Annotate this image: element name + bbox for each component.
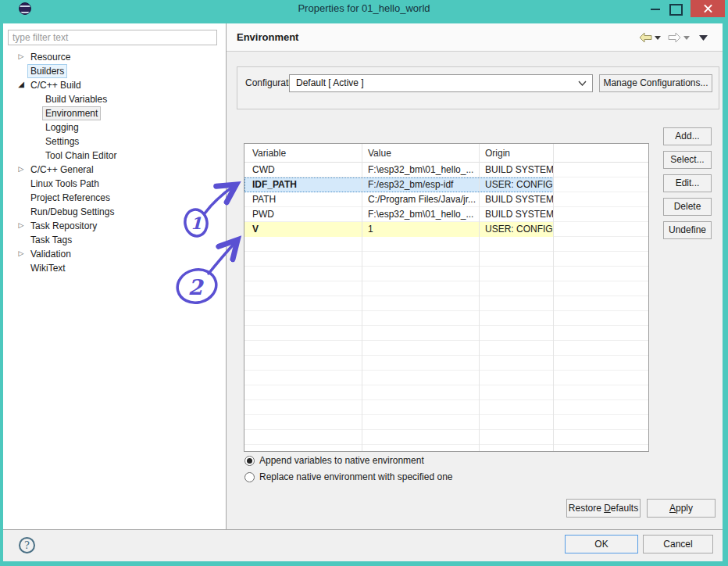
sidebar-item-label: C/C++ General [27,163,97,177]
sidebar-item-project-references[interactable]: Project References [3,190,226,204]
sidebar-item-task-tags[interactable]: Task Tags [3,232,226,246]
sidebar-item-c-c-build[interactable]: ◢C/C++ Build [3,77,226,91]
add-button[interactable]: Add... [663,127,712,145]
column-header-variable[interactable]: Variable [252,144,286,163]
radio-label: Replace native environment with specifie… [259,471,452,483]
sidebar-item-settings[interactable]: Settings [3,134,226,148]
filter-input[interactable] [8,30,217,45]
table-row-empty[interactable] [244,341,648,356]
table-row-empty[interactable] [244,281,648,296]
cancel-button[interactable]: Cancel [643,535,713,553]
table-row-empty[interactable] [244,400,648,415]
configuration-group: Configuration: Default [ Active ] Manage… [237,66,719,109]
cell-value: F:\esp32_bm\01_hello_... [368,207,473,222]
manage-configurations-button[interactable]: Manage Configurations... [599,74,712,92]
table-row-empty[interactable] [244,296,648,311]
column-header-value[interactable]: Value [368,144,391,163]
table-row-empty[interactable] [244,326,648,341]
table-row-path[interactable]: PATHC:/Program Files/Java/jr...BUILD SYS… [244,192,648,207]
back-arrow-icon[interactable] [639,32,652,43]
cell-origin: BUILD SYSTEM [485,207,554,222]
delete-button[interactable]: Delete [663,198,712,216]
table-row-empty[interactable] [244,385,648,400]
restore-defaults-button[interactable]: Restore Defaults [566,499,641,518]
tree-collapsed-icon[interactable]: ▷ [16,162,27,176]
page-header: Environment [227,23,723,52]
maximize-button[interactable] [666,0,684,17]
sidebar-tree: ▷ResourceBuilders◢C/C++ BuildBuild Varia… [3,49,226,274]
table-row-pwd[interactable]: PWDF:\esp32_bm\01_hello_...BUILD SYSTEM [244,207,648,222]
cell-variable: V [252,222,259,237]
select-button[interactable]: Select... [663,151,712,169]
sidebar-item-label: Logging [42,120,82,134]
edit-button[interactable]: Edit... [663,174,712,192]
dialog-content: ▷ResourceBuilders◢C/C++ BuildBuild Varia… [3,23,723,561]
cell-value: C:/Program Files/Java/jr... [368,192,476,207]
sidebar-item-environment[interactable]: Environment [3,106,226,120]
properties-dialog: Properties for 01_hello_world ▷ResourceB… [0,0,728,566]
sidebar-item-resource[interactable]: ▷Resource [3,49,226,63]
sidebar-item-label: Run/Debug Settings [27,205,117,219]
table-row-empty[interactable] [244,237,648,252]
chevron-down-icon [578,81,587,86]
table-row-empty[interactable] [244,415,648,430]
sidebar-item-label: Linux Tools Path [27,177,102,191]
radio-unselected-icon[interactable] [244,472,255,482]
sidebar-item-wikitext[interactable]: WikiText [3,260,226,274]
table-row-cwd[interactable]: CWDF:\esp32_bm\01_hello_...BUILD SYSTEM [244,163,648,177]
table-row-empty[interactable] [244,430,648,445]
table-row-idf-path[interactable]: IDF_PATHF:/esp32_bm/esp-idfUSER: CONFIG [244,177,648,192]
sidebar: ▷ResourceBuilders◢C/C++ BuildBuild Varia… [3,23,226,529]
tree-collapsed-icon[interactable]: ▷ [16,246,27,260]
table-row-v[interactable]: V1USER: CONFIG [244,222,648,237]
tree-expanded-icon[interactable]: ◢ [16,77,27,91]
apply-button[interactable]: Apply [647,499,716,518]
sidebar-item-label: C/C++ Build [27,78,84,92]
close-button[interactable] [691,0,725,17]
table-header-row: Variable Value Origin [244,144,648,163]
table-row-empty[interactable] [244,311,648,326]
tree-collapsed-icon[interactable]: ▷ [16,49,27,63]
ok-button[interactable]: OK [565,535,638,553]
sidebar-item-run-debug-settings[interactable]: Run/Debug Settings [3,204,226,218]
cell-origin: BUILD SYSTEM [485,192,554,207]
minimize-button[interactable] [647,0,664,17]
window-title: Properties for 01_hello_world [0,0,728,17]
help-icon[interactable]: ? [19,537,35,553]
cell-origin: USER: CONFIG [485,177,553,192]
tree-collapsed-icon[interactable]: ▷ [16,218,27,232]
forward-arrow-icon[interactable] [668,32,681,43]
sidebar-item-task-repository[interactable]: ▷Task Repository [3,218,226,232]
column-header-origin[interactable]: Origin [485,144,510,163]
sidebar-item-validation[interactable]: ▷Validation [3,246,226,260]
sidebar-item-tool-chain-editor[interactable]: Tool Chain Editor [3,148,226,162]
sidebar-item-label: Project References [27,191,113,205]
table-row-empty[interactable] [244,371,648,385]
table-row-empty[interactable] [244,267,648,281]
back-menu-chevron-icon[interactable] [655,36,662,41]
table-row-empty[interactable] [244,356,648,371]
sidebar-item-build-variables[interactable]: Build Variables [3,91,226,106]
main-panel: Environment [227,23,723,529]
forward-menu-chevron-icon[interactable] [683,36,691,41]
sidebar-item-label: WikiText [27,261,69,275]
table-row-empty[interactable] [244,252,648,267]
sidebar-item-builders[interactable]: Builders [3,63,226,77]
column-divider[interactable] [479,144,480,451]
environment-variables-table[interactable]: Variable Value Origin CWDF:\esp32_bm\01_… [244,143,649,452]
view-menu-icon[interactable] [699,35,708,41]
configuration-select[interactable]: Default [ Active ] [289,74,593,92]
cell-variable: CWD [252,163,275,177]
sidebar-item-label: Resource [27,50,73,64]
sidebar-item-label: Tool Chain Editor [42,149,120,163]
sidebar-item-c-c-general[interactable]: ▷C/C++ General [3,162,226,176]
radio-selected-icon[interactable] [244,456,255,466]
cell-variable: IDF_PATH [252,177,297,192]
column-divider[interactable] [362,144,362,451]
sidebar-item-logging[interactable]: Logging [3,120,226,134]
column-divider[interactable] [553,144,554,451]
sidebar-item-label: Validation [27,247,74,261]
undefine-button[interactable]: Undefine [663,221,712,239]
cell-value: 1 [368,222,373,237]
sidebar-item-linux-tools-path[interactable]: Linux Tools Path [3,176,226,190]
